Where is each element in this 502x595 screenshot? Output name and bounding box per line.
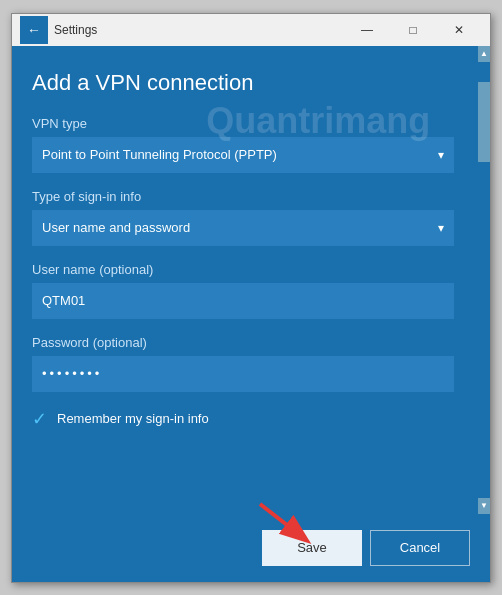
username-group: User name (optional)	[32, 262, 454, 319]
username-label: User name (optional)	[32, 262, 454, 277]
vpn-type-value: Point to Point Tunneling Protocol (PPTP)	[42, 147, 277, 162]
settings-window: ← Settings — □ ✕ Quantrimang Add a VPN c…	[11, 13, 491, 583]
vpn-type-dropdown[interactable]: Point to Point Tunneling Protocol (PPTP)…	[32, 137, 454, 173]
vpn-type-group: VPN type Point to Point Tunneling Protoc…	[32, 116, 454, 173]
scroll-down-arrow[interactable]: ▼	[478, 498, 490, 514]
username-input[interactable]	[32, 283, 454, 319]
vpn-type-arrow-icon: ▾	[438, 148, 444, 162]
sign-in-type-arrow-icon: ▾	[438, 221, 444, 235]
close-button[interactable]: ✕	[436, 14, 482, 46]
title-bar: ← Settings — □ ✕	[12, 14, 490, 46]
footer: Save Cancel	[12, 514, 490, 582]
remember-row: ✓ Remember my sign-in info	[32, 408, 454, 430]
scroll-thumb[interactable]	[478, 82, 490, 162]
content-area: Quantrimang Add a VPN connection VPN typ…	[12, 46, 490, 514]
remember-label: Remember my sign-in info	[57, 411, 209, 426]
sign-in-type-value: User name and password	[42, 220, 190, 235]
password-label: Password (optional)	[32, 335, 454, 350]
scroll-up-arrow[interactable]: ▲	[478, 46, 490, 62]
save-button[interactable]: Save	[262, 530, 362, 566]
cancel-button[interactable]: Cancel	[370, 530, 470, 566]
minimize-button[interactable]: —	[344, 14, 390, 46]
vpn-type-label: VPN type	[32, 116, 454, 131]
sign-in-type-label: Type of sign-in info	[32, 189, 454, 204]
scroll-track	[478, 62, 490, 498]
password-group: Password (optional)	[32, 335, 454, 392]
password-input[interactable]	[32, 356, 454, 392]
sign-in-type-group: Type of sign-in info User name and passw…	[32, 189, 454, 246]
window-title: Settings	[54, 23, 344, 37]
page-title: Add a VPN connection	[32, 70, 454, 96]
scrollbar[interactable]: ▲ ▼	[478, 46, 490, 514]
maximize-button[interactable]: □	[390, 14, 436, 46]
checkmark-icon: ✓	[32, 408, 47, 430]
window-controls: — □ ✕	[344, 14, 482, 46]
back-button[interactable]: ←	[20, 16, 48, 44]
content-inner: Quantrimang Add a VPN connection VPN typ…	[32, 70, 470, 430]
sign-in-type-dropdown[interactable]: User name and password ▾	[32, 210, 454, 246]
